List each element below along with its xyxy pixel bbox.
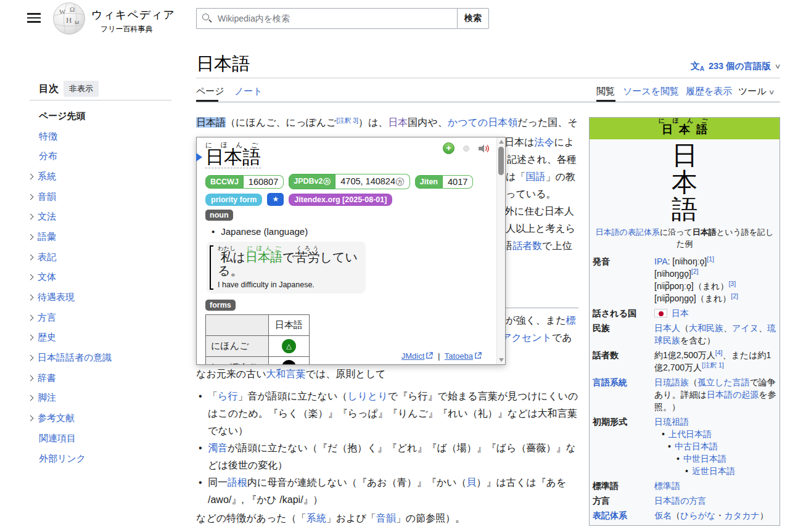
infobox-row-family: 言語系統 日琉語族（孤立した言語で論争あり。詳細は日本語の起源を参照。） <box>590 375 780 414</box>
popup-anchor-arrow-icon <box>196 153 202 162</box>
language-icon: 文A <box>691 60 704 72</box>
link-separator: | <box>438 351 440 361</box>
toc-item[interactable]: 歴史 <box>28 328 182 348</box>
tab-page[interactable]: ページ <box>196 86 224 97</box>
search-button[interactable]: 検索 <box>457 8 489 29</box>
infobox-row-speakers: 話者数 約1億2,500万人[4]、または約1億2,700万人[注釈 1] <box>590 348 780 375</box>
toc-item-top[interactable]: ページ先頭 <box>28 106 182 126</box>
tab-history[interactable]: 履歴を表示 <box>686 86 732 97</box>
chevron-right-icon[interactable] <box>28 254 34 260</box>
tab-view-source[interactable]: ソースを閲覧 <box>623 86 679 97</box>
entry-indicator-icon <box>463 145 469 152</box>
chevron-right-icon[interactable] <box>28 355 34 361</box>
toc-item[interactable]: 系統 <box>28 166 182 187</box>
form-rare-icon: ◇ <box>282 360 296 364</box>
chevron-right-icon[interactable] <box>28 415 34 422</box>
infobox-row-dialects: 方言 日本語の方言 <box>590 493 780 508</box>
toc-item[interactable]: 文法 <box>28 207 182 227</box>
section-heading-underline <box>506 308 578 308</box>
toc-item[interactable]: 表記 <box>28 247 182 268</box>
form-accepted-icon: △ <box>282 339 296 353</box>
search-bar: 検索 <box>196 8 489 29</box>
chevron-right-icon[interactable] <box>28 314 34 321</box>
tab-talk[interactable]: ノート <box>234 86 263 97</box>
chevron-right-icon[interactable] <box>28 234 34 240</box>
infobox-row-country: 話される国 日本 <box>590 306 780 321</box>
occluded-text-fragment: は「国語」の教 <box>506 168 575 186</box>
toc-item[interactable]: 関連項目 <box>28 428 182 449</box>
japan-flag-icon <box>654 309 667 317</box>
menu-icon[interactable] <box>27 13 41 23</box>
logo-title[interactable]: ウィキペディア <box>91 7 175 22</box>
calligraphy-image[interactable]: 日 本 語 <box>590 142 780 223</box>
scrollbar-thumb[interactable] <box>498 147 504 175</box>
example-translation: I have difficulty in Japanese. <box>218 280 360 289</box>
chevron-right-icon[interactable] <box>28 274 34 280</box>
external-link-icon <box>475 351 482 361</box>
toc-item[interactable]: 辞書 <box>28 368 182 388</box>
wikipedia-page: WΩHы ウィキペディア フリー百科事典 検索 日本語 文A 233 個の言語版… <box>0 0 790 532</box>
toc-item[interactable]: 参考文献 <box>28 408 182 428</box>
toc-item[interactable]: 文体 <box>28 268 182 288</box>
occluded-text-fragment: 外に住む日本人 <box>504 203 574 220</box>
frequency-tag-row: BCCWJ 160807 JPDBv2㋕ 4705, 140824㋕ Jiten… <box>205 174 492 189</box>
scroll-up-icon[interactable] <box>499 140 504 144</box>
forms-table: 日本語 にほんご △ にっぽんご ◇ <box>205 314 310 364</box>
toc-item[interactable]: 分布 <box>28 146 182 166</box>
logo-subtitle: フリー百科事典 <box>101 24 153 35</box>
title-divider <box>196 78 780 78</box>
toc-item[interactable]: 日本語話者の意識 <box>28 348 182 368</box>
scroll-down-icon[interactable] <box>499 358 504 362</box>
paragraph: などの特徴があった（「系統」および「音韻」の節参照）。 <box>196 510 465 527</box>
chevron-right-icon[interactable] <box>28 214 34 220</box>
toc-item[interactable]: 音韻 <box>28 187 182 207</box>
tab-tools[interactable]: ツール ∨ <box>738 86 774 97</box>
occluded-text-fragment: っている。 <box>506 186 556 203</box>
popup-scrollbar[interactable] <box>496 137 505 364</box>
tabs-divider <box>196 102 780 102</box>
occluded-text-fragment: 記述され、各種 <box>507 151 577 168</box>
occluded-text-fragment: アクセントであ <box>501 329 572 346</box>
image-caption: 日本語の表記体系に沿って日本語という語を記した例 <box>593 226 776 250</box>
toc-item[interactable]: 語彙 <box>28 227 182 247</box>
part-of-speech-tag: noun <box>205 210 233 221</box>
tab-read[interactable]: 閲覧 <box>596 86 615 97</box>
chevron-right-icon[interactable] <box>28 194 34 200</box>
toc-title: 目次 <box>39 83 59 96</box>
toc-item[interactable]: 方言 <box>28 308 182 328</box>
list-item: 「ら行」音が語頭に立たない（しりとりで『ら行』で始まる言葉が見つけにくいのはこの… <box>196 388 581 440</box>
chevron-down-icon: ∨ <box>768 88 775 96</box>
toc-item[interactable]: 脚注 <box>28 388 182 409</box>
occluded-text-fragment: 人以上と考えら <box>506 220 575 237</box>
chevron-right-icon[interactable] <box>28 335 34 341</box>
toc-item[interactable]: 特徴 <box>28 126 182 147</box>
infobox-row-writing-system: 表記体系 仮名（ひらがな・カタカナ） <box>590 508 780 523</box>
example-sentence-block: 私わたしは日本語にほんごで苦労くろうしている。 I have difficult… <box>207 242 366 293</box>
term-tag-row: priority form ★ Jitendex.org [2025-08-01… <box>205 193 492 206</box>
chevron-right-icon[interactable] <box>28 173 34 179</box>
list-item: 濁音が語頭に立たない（『だ（抱）く』『どれ』『ば（場）』『ばら（薔薇）』などは後… <box>196 440 581 474</box>
feature-bullet-list: 「ら行」音が語頭に立たない（しりとりで『ら行』で始まる言葉が見つけにくいのはこの… <box>196 388 581 509</box>
forms-section: forms <box>205 299 492 311</box>
search-input[interactable] <box>196 8 457 29</box>
audio-play-button[interactable] <box>478 144 490 153</box>
external-links: JMdict | Tatoeba <box>401 351 482 361</box>
tatoeba-link[interactable]: Tatoeba <box>445 351 473 361</box>
chevron-right-icon[interactable] <box>28 395 34 401</box>
table-of-contents: ページ先頭 特徴 分布 系統 音韻 文法 語彙 表記 文体 待遇表現 方言 歴史… <box>28 106 182 469</box>
toc-item[interactable]: 外部リンク <box>28 449 182 469</box>
star-button[interactable]: ★ <box>267 193 284 206</box>
dictionary-source-tag: Jitendex.org [2025-08-01] <box>289 194 392 206</box>
add-note-button[interactable]: + <box>443 142 455 154</box>
table-row: にほんご △ <box>206 336 310 357</box>
toc-item[interactable]: 待遇表現 <box>28 287 182 308</box>
chevron-right-icon[interactable] <box>28 375 34 381</box>
language-count-label: 233 個の言語版 <box>709 60 771 72</box>
toc-hide-button[interactable]: 非表示 <box>64 81 99 97</box>
occluded-text-fragment: が強く、また標 <box>506 312 576 329</box>
jmdict-link[interactable]: JMdict <box>401 351 425 361</box>
chevron-right-icon[interactable] <box>28 295 34 301</box>
table-row: にっぽんご ◇ <box>206 357 310 365</box>
wikipedia-logo[interactable]: WΩHы <box>53 2 85 35</box>
language-versions-button[interactable]: 文A 233 個の言語版 ∨ <box>691 60 780 72</box>
